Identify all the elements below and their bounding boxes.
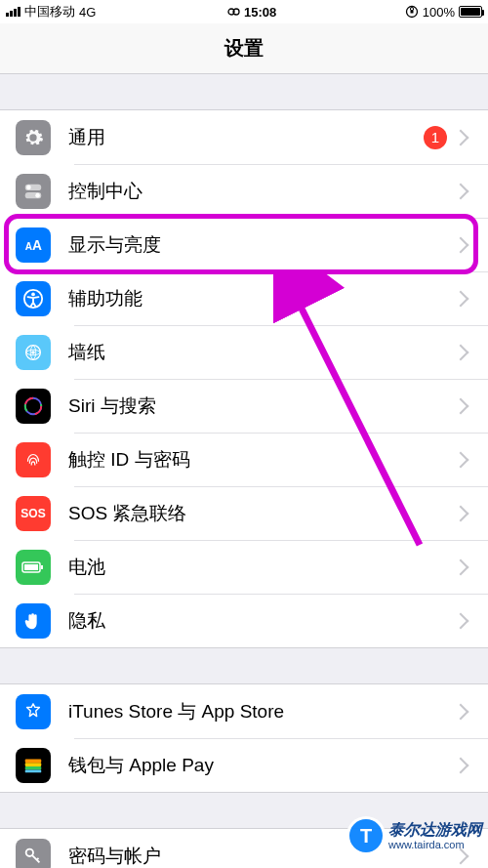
svg-point-11 xyxy=(31,351,35,354)
status-left: 中国移动 4G xyxy=(6,3,96,21)
watermark-url: www.tairda.com xyxy=(388,839,482,850)
svg-point-5 xyxy=(35,192,40,197)
wallet-icon xyxy=(16,748,51,783)
chevron-right-icon xyxy=(455,344,472,361)
sos-icon: SOS xyxy=(16,496,51,531)
fingerprint-icon xyxy=(16,442,51,477)
row-control-center[interactable]: 控制中心 xyxy=(0,164,488,218)
nav-bar: 设置 xyxy=(0,23,488,74)
svg-rect-21 xyxy=(25,769,42,772)
chevron-right-icon xyxy=(455,290,472,308)
status-center: 15:08 xyxy=(96,5,404,20)
row-label: 电池 xyxy=(68,555,455,580)
row-label: 显示与亮度 xyxy=(68,232,455,258)
row-display-brightness[interactable]: AA 显示与亮度 xyxy=(0,218,488,271)
hotspot-icon xyxy=(224,7,240,17)
watermark-name: 泰尔达游戏网 xyxy=(388,821,482,839)
screen: 中国移动 4G 15:08 100% 设置 通用 1 xyxy=(0,0,488,868)
row-label: 通用 xyxy=(68,125,424,150)
svg-point-3 xyxy=(26,185,31,189)
svg-rect-17 xyxy=(24,564,38,570)
toggle-icon xyxy=(16,174,51,209)
chevron-right-icon xyxy=(455,558,472,576)
chevron-right-icon xyxy=(455,757,472,774)
key-icon xyxy=(16,839,51,869)
orientation-lock-icon xyxy=(405,5,419,19)
chevron-right-icon xyxy=(455,703,472,721)
chevron-right-icon xyxy=(455,505,472,522)
watermark-text: 泰尔达游戏网 www.tairda.com xyxy=(388,821,482,850)
appstore-icon xyxy=(16,694,51,729)
svg-rect-18 xyxy=(25,759,42,763)
row-privacy[interactable]: 隐私 xyxy=(0,594,488,647)
accessibility-icon xyxy=(16,281,51,316)
row-sos[interactable]: SOS SOS 紧急联络 xyxy=(0,486,488,540)
row-wallet[interactable]: 钱包与 Apple Pay xyxy=(0,738,488,792)
row-label: SOS 紧急联络 xyxy=(68,501,455,526)
row-accessibility[interactable]: 辅助功能 xyxy=(0,271,488,325)
time-label: 15:08 xyxy=(244,5,276,20)
svg-point-9 xyxy=(31,292,35,296)
battery-pct-label: 100% xyxy=(423,5,455,20)
svg-text:A: A xyxy=(32,237,42,252)
status-right: 100% xyxy=(405,5,482,20)
battery-icon xyxy=(459,6,482,18)
siri-icon xyxy=(16,389,51,424)
row-touchid-passcode[interactable]: 触控 ID 与密码 xyxy=(0,433,488,486)
settings-section-1: 通用 1 控制中心 AA 显示与亮度 辅助功能 xyxy=(0,109,488,648)
page-title: 设置 xyxy=(224,35,264,62)
chevron-right-icon xyxy=(455,129,472,146)
row-label: 隐私 xyxy=(68,608,455,634)
hand-icon xyxy=(16,603,51,639)
status-bar: 中国移动 4G 15:08 100% xyxy=(0,0,488,23)
row-general[interactable]: 通用 1 xyxy=(0,110,488,164)
row-label: 墙纸 xyxy=(68,340,455,365)
row-wallpaper[interactable]: 墙纸 xyxy=(0,325,488,379)
svg-rect-16 xyxy=(41,565,43,569)
row-battery[interactable]: 电池 xyxy=(0,540,488,594)
row-appstore[interactable]: iTunes Store 与 App Store xyxy=(0,684,488,738)
badge-count: 1 xyxy=(424,126,447,149)
battery-row-icon xyxy=(16,550,51,585)
gear-icon xyxy=(16,120,51,155)
watermark-logo-icon: T xyxy=(349,819,383,852)
chevron-right-icon xyxy=(455,397,472,415)
svg-rect-1 xyxy=(410,10,413,14)
row-siri-search[interactable]: Siri 与搜索 xyxy=(0,379,488,433)
svg-rect-20 xyxy=(25,765,42,769)
row-label: Siri 与搜索 xyxy=(68,393,455,419)
row-label: iTunes Store 与 App Store xyxy=(68,699,455,724)
row-label: 控制中心 xyxy=(68,179,455,204)
network-label: 4G xyxy=(79,5,96,20)
chevron-right-icon xyxy=(455,236,472,254)
row-label: 钱包与 Apple Pay xyxy=(68,753,455,778)
svg-rect-19 xyxy=(25,763,42,766)
row-label: 触控 ID 与密码 xyxy=(68,447,455,473)
carrier-label: 中国移动 xyxy=(24,3,75,21)
settings-section-2: iTunes Store 与 App Store 钱包与 Apple Pay xyxy=(0,683,488,793)
row-label: 辅助功能 xyxy=(68,286,455,311)
watermark: T 泰尔达游戏网 www.tairda.com xyxy=(349,819,482,852)
svg-point-22 xyxy=(26,848,33,855)
chevron-right-icon xyxy=(455,451,472,469)
chevron-right-icon xyxy=(455,612,472,630)
text-size-icon: AA xyxy=(16,227,51,263)
chevron-right-icon xyxy=(455,183,472,200)
wallpaper-icon xyxy=(16,335,51,370)
signal-icon xyxy=(6,7,20,17)
